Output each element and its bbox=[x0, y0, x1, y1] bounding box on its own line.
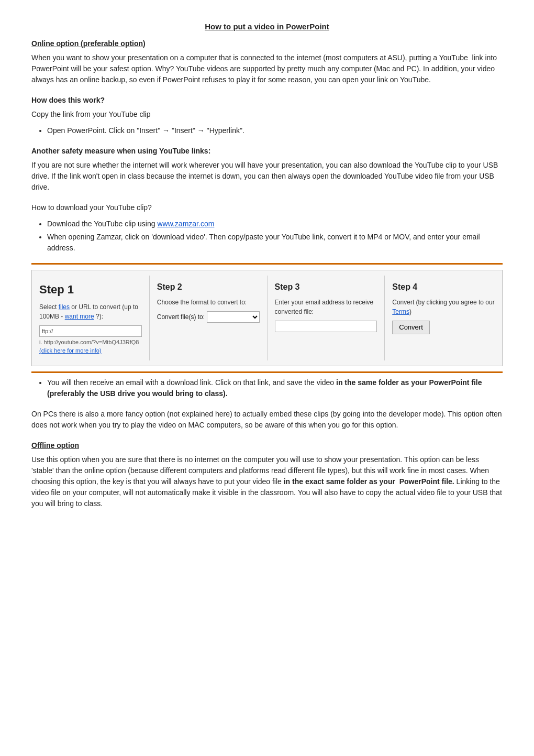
step1-url-input[interactable] bbox=[39, 325, 142, 337]
zamzar-step1: Step 1 Select files or URL to convert (u… bbox=[32, 276, 150, 360]
pc-note-para: On PCs there is also a more fancy option… bbox=[31, 409, 503, 431]
step1-url-note: (click here for more info) bbox=[39, 346, 142, 355]
page-title: How to put a video in PowerPoint bbox=[31, 21, 503, 33]
step1-desc: Select files or URL to convert (up to 10… bbox=[39, 302, 142, 321]
list-item-email-download: You will then receive an email with a do… bbox=[47, 377, 503, 399]
step1-want-more-link[interactable]: want more bbox=[65, 313, 94, 320]
section-pc-note: On PCs there is also a more fancy option… bbox=[31, 409, 503, 431]
download-list: Download the YouTube clip using www.zamz… bbox=[47, 218, 503, 254]
step4-desc: Convert (by clicking you agree to our Te… bbox=[392, 298, 495, 316]
safety-measure-para: If you are not sure whether the internet… bbox=[31, 160, 503, 193]
offline-option-para: Use this option when you are sure that t… bbox=[31, 454, 503, 509]
zamzar-steps-container: Step 1 Select files or URL to convert (u… bbox=[31, 270, 503, 366]
zamzar-step3: Step 3 Enter your email address to recei… bbox=[268, 276, 385, 360]
step2-format-select[interactable]: MP4 MOV AVI bbox=[207, 311, 259, 323]
offline-bold-exact: in the exact same folder as your PowerPo… bbox=[284, 477, 454, 486]
section-offline-option: Offline option Use this option when you … bbox=[31, 440, 503, 509]
step2-desc: Choose the format to convert to: bbox=[157, 298, 260, 307]
section-how-to-download: How to download your YouTube clip? Downl… bbox=[31, 202, 503, 254]
step1-url-example: i. http://youtube.com/?v=MtbQ4J3RfQ8 bbox=[39, 338, 142, 347]
step1-title: Step 1 bbox=[39, 281, 142, 298]
how-does-it-work-list: Open PowerPoint. Click on "Insert" → "In… bbox=[47, 125, 503, 136]
section-after-widget: You will then receive an email with a do… bbox=[31, 377, 503, 399]
section-how-does-it-work: How does this work? Copy the link from y… bbox=[31, 95, 503, 136]
step1-files-link[interactable]: files bbox=[59, 303, 70, 311]
step3-title: Step 3 bbox=[275, 281, 377, 293]
step4-title: Step 4 bbox=[392, 281, 495, 293]
section-online-option: Online option (preferable option) When y… bbox=[31, 38, 503, 85]
online-option-heading: Online option (preferable option) bbox=[31, 38, 503, 49]
step2-select-row: Convert file(s) to: MP4 MOV AVI bbox=[157, 311, 260, 323]
step3-email-input[interactable] bbox=[275, 321, 377, 332]
list-item-hyperlink: Open PowerPoint. Click on "Insert" → "In… bbox=[47, 125, 503, 136]
offline-option-heading: Offline option bbox=[31, 440, 503, 451]
step1-input-row: i. http://youtube.com/?v=MtbQ4J3RfQ8 (cl… bbox=[39, 325, 142, 355]
step3-desc: Enter your email address to receive conv… bbox=[275, 298, 377, 316]
zamzar-widget: Step 1 Select files or URL to convert (u… bbox=[31, 263, 503, 373]
terms-link[interactable]: Terms bbox=[392, 308, 409, 315]
after-widget-list: You will then receive an email with a do… bbox=[47, 377, 503, 399]
list-item-zamzar: Download the YouTube clip using www.zamz… bbox=[47, 218, 503, 229]
online-option-para: When you want to show your presentation … bbox=[31, 52, 503, 85]
section-safety-measure: Another safety measure when using YouTub… bbox=[31, 146, 503, 193]
how-to-download-para: How to download your YouTube clip? bbox=[31, 202, 503, 213]
how-does-it-work-para: Copy the link from your YouTube clip bbox=[31, 109, 503, 120]
email-download-bold: in the same folder as your PowerPoint fi… bbox=[47, 378, 482, 398]
step2-title: Step 2 bbox=[157, 281, 260, 293]
how-does-it-work-heading: How does this work? bbox=[31, 95, 503, 106]
safety-measure-heading: Another safety measure when using YouTub… bbox=[31, 146, 503, 157]
zamzar-link[interactable]: www.zamzar.com bbox=[157, 220, 214, 228]
convert-button[interactable]: Convert bbox=[392, 321, 430, 334]
zamzar-step2: Step 2 Choose the format to convert to: … bbox=[150, 276, 268, 360]
zamzar-step4: Step 4 Convert (by clicking you agree to… bbox=[385, 276, 502, 360]
step2-select-label: Convert file(s) to: bbox=[157, 312, 205, 322]
list-item-zamzar-instructions: When opening Zamzar, click on 'download … bbox=[47, 232, 503, 254]
step1-more-info-link[interactable]: (click here for more info) bbox=[39, 347, 102, 354]
